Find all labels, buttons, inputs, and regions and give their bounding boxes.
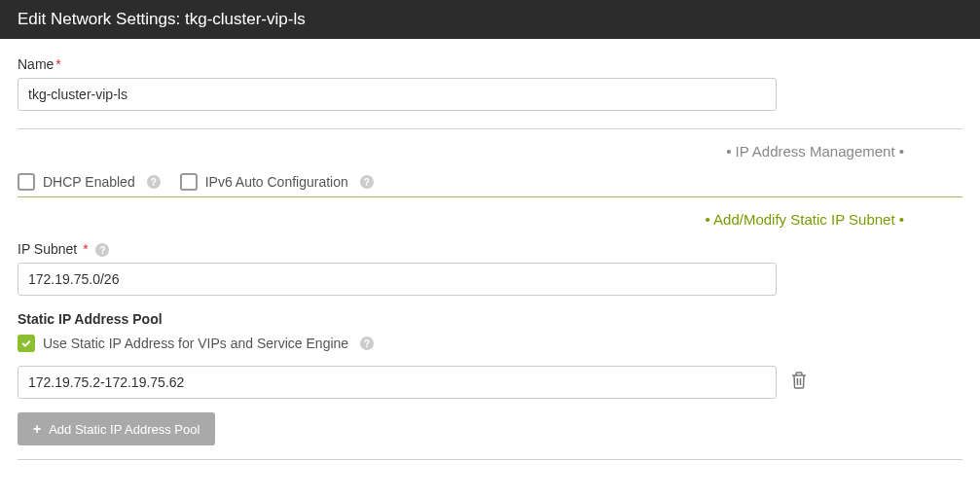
- ip-mgmt-options-row: DHCP Enabled ? IPv6 Auto Configuration ?: [18, 173, 962, 191]
- dialog-title: Edit Network Settings: tkg-cluster-vip-l…: [18, 10, 306, 28]
- required-asterisk: *: [55, 56, 60, 72]
- divider: [18, 459, 962, 460]
- pool-range-row: [18, 366, 962, 399]
- dhcp-checkbox[interactable]: [18, 173, 35, 191]
- name-input[interactable]: [18, 78, 777, 111]
- ipv6-label: IPv6 Auto Configuration: [205, 174, 348, 190]
- pool-range-input[interactable]: [18, 366, 777, 399]
- help-icon[interactable]: ?: [95, 243, 109, 257]
- static-subnet-section-heading: Add/Modify Static IP Subnet: [18, 211, 962, 228]
- dhcp-checkbox-group: DHCP Enabled ?: [18, 173, 161, 191]
- help-icon[interactable]: ?: [360, 337, 374, 350]
- add-static-pool-label: Add Static IP Address Pool: [49, 422, 200, 437]
- use-static-label: Use Static IP Address for VIPs and Servi…: [43, 336, 348, 351]
- ipv6-checkbox-group: IPv6 Auto Configuration ?: [180, 173, 374, 191]
- dialog-header: Edit Network Settings: tkg-cluster-vip-l…: [0, 0, 980, 39]
- name-label: Name*: [18, 56, 962, 72]
- ip-subnet-field-block: IP Subnet * ?: [18, 241, 962, 296]
- use-static-checkbox-group: Use Static IP Address for VIPs and Servi…: [18, 335, 962, 352]
- ip-subnet-label: IP Subnet * ?: [18, 241, 962, 257]
- ip-subnet-input[interactable]: [18, 263, 777, 296]
- required-asterisk: *: [83, 241, 88, 257]
- use-static-checkbox[interactable]: [18, 335, 35, 352]
- ip-subnet-label-text: IP Subnet: [18, 241, 77, 257]
- add-static-pool-button[interactable]: + Add Static IP Address Pool: [18, 412, 215, 445]
- dhcp-label: DHCP Enabled: [43, 174, 135, 190]
- name-field-block: Name*: [18, 56, 962, 111]
- name-label-text: Name: [18, 56, 54, 72]
- dialog-content: Name* IP Address Management DHCP Enabled…: [0, 39, 980, 478]
- help-icon[interactable]: ?: [360, 175, 374, 189]
- ip-mgmt-section-heading: IP Address Management: [18, 143, 962, 160]
- ipv6-checkbox[interactable]: [180, 173, 198, 191]
- divider: [18, 128, 962, 129]
- trash-icon[interactable]: [790, 371, 808, 394]
- olive-divider: [18, 196, 962, 197]
- plus-icon: +: [33, 421, 41, 437]
- help-icon[interactable]: ?: [147, 175, 161, 189]
- static-pool-heading: Static IP Address Pool: [18, 311, 962, 327]
